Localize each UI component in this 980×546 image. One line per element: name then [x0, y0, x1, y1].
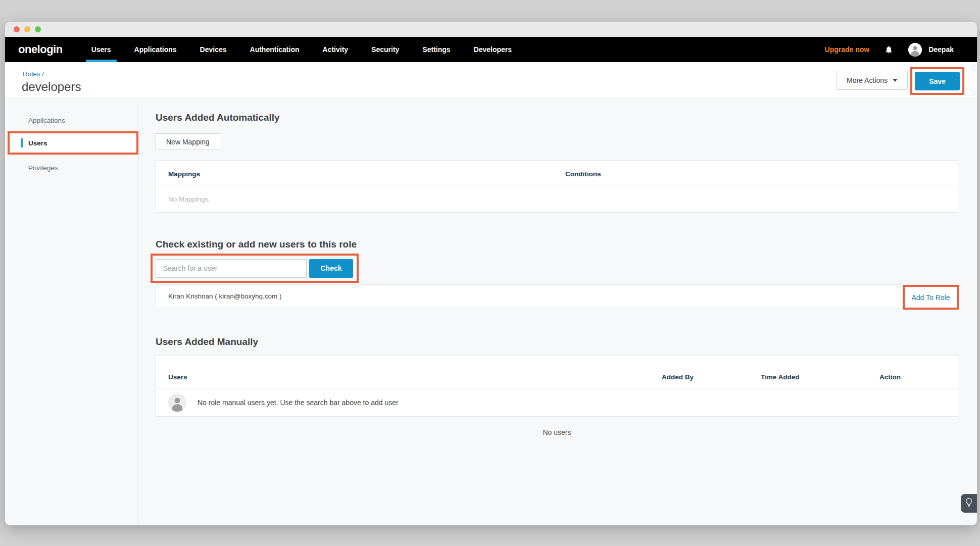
no-users-text: No users	[156, 428, 958, 436]
check-section-heading: Check existing or add new users to this …	[156, 239, 357, 250]
manual-users-empty-row: No role manual users yet. Use the search…	[156, 388, 958, 417]
manual-section-heading: Users Added Manually	[156, 336, 258, 348]
column-header-users: Users	[168, 373, 187, 381]
check-button[interactable]: Check	[309, 259, 353, 278]
manual-users-empty-text: No role manual users yet. Use the search…	[198, 399, 399, 407]
maximize-window-button[interactable]	[35, 26, 41, 32]
result-user-text: Kiran Krishnan ( kiran@boxyhq.com )	[168, 292, 282, 300]
nav-tab-activity[interactable]: Activity	[311, 37, 360, 62]
column-header-time-added: Time Added	[761, 373, 800, 381]
sidebar-item-applications[interactable]: Applications	[5, 111, 138, 129]
top-navigation-bar: onelogin Users Applications Devices Auth…	[5, 37, 977, 62]
upgrade-now-link[interactable]: Upgrade now	[825, 45, 870, 54]
role-sidebar: Applications Users Privileges	[5, 99, 138, 525]
active-indicator-bar	[21, 138, 23, 147]
annotation-box-save: Save	[910, 67, 964, 95]
column-header-mappings: Mappings	[168, 170, 200, 178]
manual-users-table: Users Added By Time Added Action No role…	[156, 356, 958, 417]
user-search-result-row: Kiran Krishnan ( kiran@boxyhq.com )	[156, 284, 902, 308]
new-mapping-button[interactable]: New Mapping	[156, 133, 220, 150]
search-user-input[interactable]	[156, 259, 307, 278]
minimize-window-button[interactable]	[24, 26, 30, 32]
nav-tab-users[interactable]: Users	[80, 37, 123, 62]
main-panel: Users Added Automatically New Mapping Ma…	[156, 99, 958, 525]
sidebar-item-users-label: Users	[28, 139, 47, 147]
placeholder-avatar-icon	[168, 393, 186, 412]
page-title: developers	[22, 80, 81, 94]
manual-users-table-header: Users Added By Time Added Action	[156, 356, 958, 388]
annotation-box-search: Check	[151, 254, 359, 283]
browser-window: onelogin Users Applications Devices Auth…	[5, 22, 977, 525]
add-to-role-link[interactable]: Add To Role	[911, 293, 950, 302]
nav-tab-devices[interactable]: Devices	[188, 37, 238, 62]
nav-tab-applications[interactable]: Applications	[123, 37, 188, 62]
sidebar-item-users[interactable]: Users	[5, 133, 134, 153]
mappings-empty-row: No Mappings.	[156, 185, 958, 213]
page-header: Roles / developers More Actions Save	[5, 62, 977, 99]
mappings-table: Mappings Conditions No Mappings.	[156, 160, 958, 213]
page-content: Applications Users Privileges Users Adde…	[5, 99, 977, 525]
more-actions-label: More Actions	[847, 76, 888, 84]
bell-icon[interactable]	[885, 45, 893, 55]
column-header-added-by: Added By	[662, 373, 694, 381]
more-actions-button[interactable]: More Actions	[837, 71, 908, 90]
chevron-down-icon	[893, 79, 898, 82]
mappings-table-header: Mappings Conditions	[156, 161, 958, 185]
user-avatar-icon	[908, 43, 922, 57]
nav-right-cluster: Upgrade now Deepak	[825, 37, 977, 62]
nav-tab-security[interactable]: Security	[360, 37, 411, 62]
primary-nav: Users Applications Devices Authenticatio…	[80, 37, 523, 62]
save-button[interactable]: Save	[915, 72, 960, 90]
column-header-action: Action	[879, 373, 901, 381]
breadcrumb[interactable]: Roles /	[23, 70, 44, 78]
sidebar-item-privileges[interactable]: Privileges	[5, 159, 134, 177]
auto-section-heading: Users Added Automatically	[156, 112, 280, 123]
account-menu[interactable]: Deepak	[908, 43, 954, 57]
onelogin-logo: onelogin	[18, 37, 63, 62]
nav-tab-authentication[interactable]: Authentication	[238, 37, 311, 62]
column-header-conditions: Conditions	[565, 170, 601, 178]
lightbulb-help-button[interactable]	[961, 494, 977, 513]
window-titlebar	[5, 22, 977, 37]
nav-tab-developers[interactable]: Developers	[462, 37, 523, 62]
nav-tab-settings[interactable]: Settings	[411, 37, 462, 62]
lightbulb-icon	[965, 498, 972, 510]
annotation-box-add-to-role: Add To Role	[903, 285, 959, 310]
user-name: Deepak	[928, 45, 954, 54]
close-window-button[interactable]	[14, 26, 20, 32]
